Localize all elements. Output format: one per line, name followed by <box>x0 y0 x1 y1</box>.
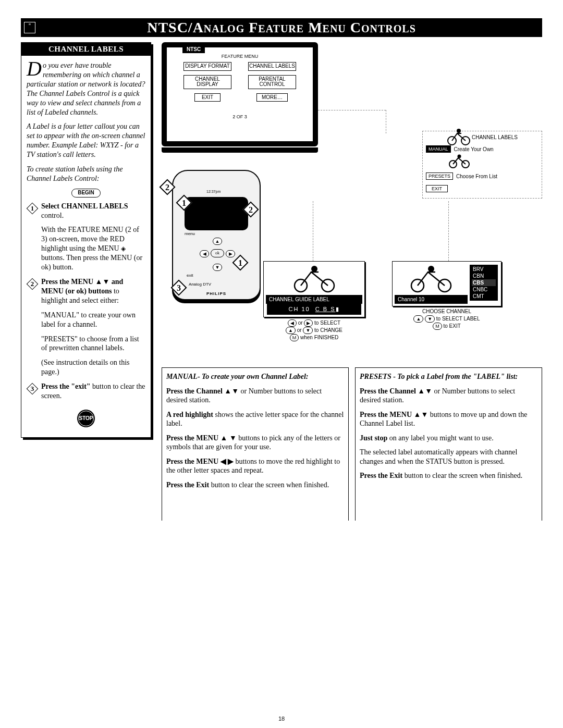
submenu-title: CHANNEL LABELS <box>426 134 538 140</box>
ntsc-badge: NTSC <box>182 45 205 53</box>
pill-presets[interactable]: PRESETS <box>426 172 453 180</box>
h-b2: to SELECT LABEL <box>436 316 480 322</box>
menu-exit[interactable]: EXIT <box>194 93 221 102</box>
step-2-bullet: 2 <box>27 278 38 290</box>
preset-list[interactable]: BRVCBNCBSCNBCCMT <box>470 265 498 301</box>
step-1-body-b: buttons. Then press the MENU (or ok) but… <box>41 254 142 271</box>
remote-exit-label: exit <box>187 273 193 278</box>
lead-in: To create station labels using the Chann… <box>27 165 145 183</box>
presets-label-screen: Channel 10 BRVCBNCBSCNBCCMT CHOOSE CHANN… <box>392 261 501 330</box>
m5r: button to clear the screen when finished… <box>209 481 329 489</box>
preset-item[interactable]: CMT <box>472 293 496 300</box>
p5r: button to clear the screen when finished… <box>402 472 522 479</box>
menu-pager: 2 OF 3 <box>167 114 313 119</box>
panelA-lbl: C B S <box>315 306 336 312</box>
intro-paragraph: D o you ever have trouble remembering on… <box>27 61 145 117</box>
h-b3: to EXIT <box>443 323 460 329</box>
m2b: A red highlight <box>166 411 213 418</box>
tv-corner-icon: ≡ <box>24 22 35 33</box>
diagram-callout-2: 2 <box>161 180 176 196</box>
cyclist-icon <box>446 128 472 146</box>
p5b: Press the Exit <box>360 472 402 479</box>
feature-menu-label: FEATURE MENU <box>167 54 313 59</box>
tv-frame: NTSC FEATURE MENU DISPLAY FORMAT CHANNEL… <box>162 42 318 146</box>
p3r: on any label you might want to use. <box>387 434 493 442</box>
dpad-left[interactable]: ◀ <box>200 250 209 257</box>
sidebar-header: CHANNEL LABELS <box>21 43 151 56</box>
remote-screen <box>185 197 248 230</box>
manual-instructions: MANUAL- To create your own Channel Label… <box>162 367 349 521</box>
step-2-manual: "MANUAL" to create your own label for a … <box>41 311 145 329</box>
channel-guide-label-bar: CHANNEL GUIDE LABEL <box>266 295 362 304</box>
cyclist-icon <box>405 265 457 293</box>
label-explain: A Label is a four letter callout you can… <box>27 122 145 159</box>
step-3-bold: Press the "exit" <box>41 382 91 390</box>
cyclist-icon <box>447 154 473 169</box>
panelA-ch: CH 10 <box>288 306 310 312</box>
step-2-presets: "PRESETS" to choose from a list of prewr… <box>41 335 145 353</box>
sidebar: CHANNEL LABELS D o you ever have trouble… <box>21 42 151 521</box>
begin-badge: BEGIN <box>71 189 101 198</box>
p4: The selected label automatically appears… <box>360 448 537 466</box>
instruction-columns: MANUAL- To create your own Channel Label… <box>162 367 542 521</box>
manual-label-screen: CHANNEL GUIDE LABEL CH 10 C B S▮ ◀ or ▶ … <box>263 261 365 342</box>
menu-more[interactable]: MORE… <box>256 93 288 102</box>
diagram-callout-2b: 2 <box>244 203 260 218</box>
p2b: Press the MENU ▲▼ <box>360 411 428 418</box>
svg-point-5 <box>458 155 461 158</box>
svg-point-11 <box>428 266 434 272</box>
step-1-bold: Select CHANNEL LABELS <box>41 202 128 210</box>
remote-dpad: ▲ ▼ ◀ ▶ ok <box>202 239 233 270</box>
step-2-note: (See instruction details on this page.) <box>41 358 145 377</box>
page-number: 18 <box>0 715 563 722</box>
svg-point-8 <box>311 266 317 272</box>
menu-arrows-icon: ◈ <box>121 245 126 252</box>
channel-entry-bar: CH 10 C B S▮ <box>267 304 361 315</box>
pill-exit[interactable]: EXIT <box>426 185 448 192</box>
title-banner: ≡ NTSC/Analog Feature Menu Controls <box>21 18 542 37</box>
h-a2: to CHANGE <box>314 327 342 333</box>
panelA-hint: ◀ or ▶ to SELECT ▲ or ▼ to CHANGE M when… <box>263 317 365 342</box>
preset-item[interactable]: CNBC <box>472 286 496 293</box>
h-b1: CHOOSE CHANNEL <box>393 309 500 315</box>
intro-text: o you ever have trouble remembering on w… <box>27 61 145 116</box>
diagram-callout-1: 1 <box>177 196 193 212</box>
diagram-block: NTSC FEATURE MENU DISPLAY FORMAT CHANNEL… <box>162 42 542 360</box>
channel-labels-submenu: CHANNEL LABELS MANUALCreate Your Own PRE… <box>422 131 542 199</box>
presets-instructions: PRESETS - To pick a Label from the "LABE… <box>355 367 542 521</box>
presets-head: PRESETS - To pick a Label from the "LABE… <box>360 372 537 381</box>
menu-display-format[interactable]: DISPLAY FORMAT <box>183 62 231 71</box>
pill-manual-desc: Create Your Own <box>454 146 494 152</box>
m3b: Press the MENU ▲ ▼ <box>166 434 237 442</box>
step-3: 3 Press the "exit" button to clear the s… <box>27 382 145 401</box>
step-1-bullet: 1 <box>27 203 38 214</box>
remote-mode: Analog DTV <box>189 282 211 287</box>
h-a1: to SELECT <box>314 320 340 326</box>
pill-manual[interactable]: MANUAL <box>426 145 451 153</box>
menu-parental-control[interactable]: PARENTAL CONTROL <box>248 75 296 89</box>
step-2-bold: Press the MENU ▲▼ and MENU (or ok) butto… <box>41 278 123 295</box>
dpad-down[interactable]: ▼ <box>213 264 222 271</box>
remote-menu-label: menu <box>185 231 195 236</box>
panelB-chan: Channel 10 <box>398 297 424 302</box>
page-title: NTSC/Analog Feature Menu Controls <box>147 19 416 36</box>
svg-point-2 <box>457 129 461 133</box>
dpad-up[interactable]: ▲ <box>213 238 222 245</box>
m1b: Press the Channel ▲▼ <box>166 387 239 395</box>
pill-presets-desc: Choose From List <box>456 174 497 179</box>
diagram-callout-1b: 1 <box>234 256 249 272</box>
p1b: Press the Channel ▲▼ <box>360 387 432 395</box>
menu-channel-labels[interactable]: CHANNEL LABELS <box>248 62 296 71</box>
preset-item[interactable]: CBS <box>472 279 496 286</box>
step-1: 1 Select CHANNEL LABELS control. With th… <box>27 202 145 272</box>
dpad-ok[interactable]: ok <box>211 249 224 257</box>
preset-item[interactable]: CBN <box>472 273 496 279</box>
remote-time: 12:37pm <box>206 190 221 193</box>
cyclist-icon <box>288 265 340 293</box>
panelB-hint: CHOOSE CHANNEL ▲ ▼ to SELECT LABEL M to … <box>392 306 501 330</box>
preset-item[interactable]: BRV <box>472 266 496 273</box>
stop-badge: STOP <box>77 409 95 428</box>
step-1-rest: control. <box>41 212 64 219</box>
menu-channel-display[interactable]: CHANNEL DISPLAY <box>183 75 231 89</box>
dropcap: D <box>27 61 43 77</box>
